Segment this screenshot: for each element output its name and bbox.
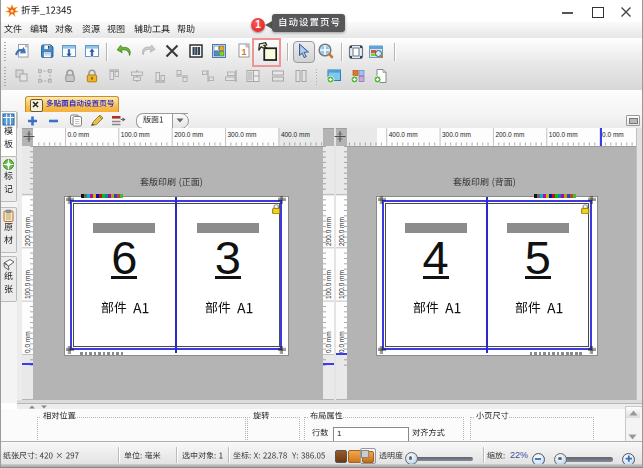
svg-text:1: 1	[241, 47, 246, 57]
